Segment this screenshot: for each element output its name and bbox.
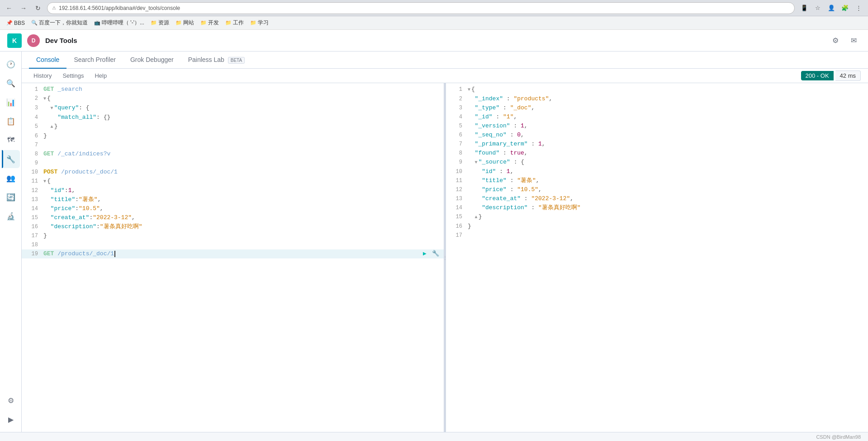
right-line-num-17: 17	[450, 231, 462, 240]
code-line-2: 2 ▼{	[22, 94, 444, 103]
line-num-15: 15	[25, 213, 38, 222]
code-line-6: 6 }	[22, 131, 444, 141]
mail-icon-button[interactable]: ✉	[846, 33, 861, 48]
avatar-letter: D	[32, 38, 36, 44]
recent-icon: 🕐	[6, 60, 15, 69]
line-num-1: 1	[25, 85, 38, 94]
bookmark-wangzhan[interactable]: 📁 网站	[173, 18, 197, 28]
logstash-icon: 🔄	[6, 193, 15, 202]
sidebar-item-dashboard[interactable]: 📋	[2, 112, 20, 130]
help-button[interactable]: Help	[90, 70, 111, 81]
bookmark-kaifa[interactable]: 📁 开发	[198, 18, 222, 28]
line-num-6: 6	[25, 131, 38, 141]
right-line-3: 3 "_type" : "_doc",	[446, 103, 868, 113]
tab-painless-lab[interactable]: Painless Lab BETA	[181, 52, 252, 69]
code-line-7: 7	[22, 141, 444, 150]
wrench-button[interactable]: 🔧	[431, 249, 440, 258]
maps-icon: 🗺	[7, 136, 14, 144]
right-line-content-9: ▼"_source" : {	[468, 158, 864, 167]
settings-icon-button[interactable]: ⚙	[828, 33, 843, 48]
sidebar-item-settings[interactable]: ⚙	[2, 391, 20, 409]
tab-grok-debugger[interactable]: Grok Debugger	[123, 52, 181, 69]
history-button[interactable]: History	[29, 70, 56, 81]
left-code-container[interactable]: 1 GET _search 2 ▼{ 3 ▼"query": {	[22, 83, 444, 432]
right-line-content-2: "_index" : "products",	[468, 94, 864, 103]
top-bar-actions: ⚙ ✉	[828, 33, 861, 48]
line-content-10: POST /products/_doc/1	[43, 168, 440, 177]
sidebar-item-expand[interactable]: ▶	[2, 410, 20, 428]
extension-icon[interactable]: 🧩	[839, 2, 851, 14]
right-line-content-7: "_primary_term" : 1,	[468, 140, 864, 149]
more-icon[interactable]: ⋮	[853, 2, 864, 14]
right-line-content-14: "description" : "薯条真好吃啊"	[468, 203, 864, 212]
sidebar-item-recent[interactable]: 🕐	[2, 55, 20, 73]
forward-button[interactable]: →	[18, 3, 29, 14]
bookmark-wangzhan-label: 网站	[183, 19, 194, 27]
line-num-9: 9	[25, 159, 38, 168]
tab-search-profiler[interactable]: Search Profiler	[66, 52, 123, 69]
line-content-15: "create_at":"2022-3-12",	[43, 213, 440, 222]
code-line-5: 5 ▲}	[22, 122, 444, 131]
bookmark-bilibili[interactable]: 📺 哔哩哔哩（ '-'）...	[91, 18, 147, 28]
code-line-19: 19 GET /products/_doc/1 ▶ 🔧	[22, 249, 444, 258]
top-bar: K D Dev Tools ⚙ ✉	[0, 30, 868, 52]
run-button[interactable]: ▶	[420, 249, 429, 258]
right-line-9: 9 ▼"_source" : {	[446, 158, 868, 167]
line-content-17: }	[43, 231, 440, 240]
reload-button[interactable]: ↻	[33, 3, 43, 14]
tab-bar: Console Search Profiler Grok Debugger Pa…	[22, 52, 868, 69]
line-num-2: 2	[25, 94, 38, 103]
cast-icon[interactable]: 📱	[798, 2, 810, 14]
line-actions-19: ▶ 🔧	[420, 249, 440, 258]
profile-icon[interactable]: 👤	[825, 2, 837, 14]
right-line-num-4: 4	[450, 113, 462, 122]
code-line-13: 13 "title":"薯条",	[22, 195, 444, 204]
sidebar-item-maps[interactable]: 🗺	[2, 131, 20, 149]
bookmark-bbs[interactable]: 📌 BBS	[4, 19, 28, 27]
ziyuan-icon: 📁	[151, 20, 157, 26]
xuexi-icon: 📁	[250, 20, 256, 26]
sidebar-item-users[interactable]: 👥	[2, 169, 20, 187]
code-line-12: 12 "id":1,	[22, 186, 444, 195]
toolbar: History Settings Help 200 - OK 42 ms	[22, 69, 868, 83]
line-content-16: "description":"薯条真好吃啊"	[43, 222, 440, 231]
sidebar-item-visualize[interactable]: 📊	[2, 93, 20, 111]
sidebar-item-logstash[interactable]: 🔄	[2, 188, 20, 206]
line-content-2: ▼{	[43, 94, 440, 103]
sidebar-item-discover[interactable]: 🔍	[2, 74, 20, 92]
right-line-num-15: 15	[450, 212, 462, 221]
code-line-14: 14 "price":"10.5",	[22, 204, 444, 213]
right-line-15: 15 ▲}	[446, 212, 868, 222]
right-line-num-2: 2	[450, 94, 462, 103]
settings-button[interactable]: Settings	[58, 70, 88, 81]
right-line-content-4: "_id" : "1",	[468, 113, 864, 122]
right-editor-panel: 1 ▼{ 2 "_index" : "products", 3 "_type" …	[446, 83, 868, 432]
sidebar: 🕐 🔍 📊 📋 🗺 🔧 👥 🔄	[0, 52, 22, 432]
right-line-6: 6 "_seq_no" : 0,	[446, 131, 868, 140]
tab-console[interactable]: Console	[29, 52, 66, 69]
code-line-3: 3 ▼"query": {	[22, 103, 444, 113]
right-line-2: 2 "_index" : "products",	[446, 94, 868, 103]
back-button[interactable]: ←	[4, 3, 14, 14]
sidebar-item-ml[interactable]: 🔬	[2, 207, 20, 225]
bookmark-baidu[interactable]: 🔍 百度一下，你就知道	[28, 18, 90, 28]
address-bar[interactable]: ⚠ 192.168.61.4:5601/app/kibana#/dev_tool…	[47, 2, 795, 14]
sidebar-item-devtools[interactable]: 🔧	[2, 150, 20, 168]
bookmark-gongzuo[interactable]: 📁 工作	[223, 18, 247, 28]
right-line-10: 10 "id" : 1,	[446, 167, 868, 176]
right-line-content-12: "price" : "10.5",	[468, 185, 864, 194]
bookmark-bbs-label: BBS	[14, 20, 25, 26]
right-line-content-1: ▼{	[468, 85, 864, 94]
bookmark-xuexi[interactable]: 📁 学习	[247, 18, 271, 28]
active-indicator	[2, 150, 3, 168]
editor-area: 1 GET _search 2 ▼{ 3 ▼"query": {	[22, 83, 868, 432]
bookmark-ziyuan[interactable]: 📁 资源	[148, 18, 172, 28]
tab-console-label: Console	[36, 56, 59, 63]
code-line-1: 1 GET _search	[22, 85, 444, 94]
bookmark-star-icon[interactable]: ☆	[812, 2, 824, 14]
line-content-19: GET /products/_doc/1	[43, 249, 417, 258]
tab-painless-lab-label: Painless Lab	[188, 56, 224, 63]
bilibili-icon: 📺	[94, 20, 100, 26]
right-line-7: 7 "_primary_term" : 1,	[446, 140, 868, 149]
code-line-18: 18	[22, 240, 444, 249]
